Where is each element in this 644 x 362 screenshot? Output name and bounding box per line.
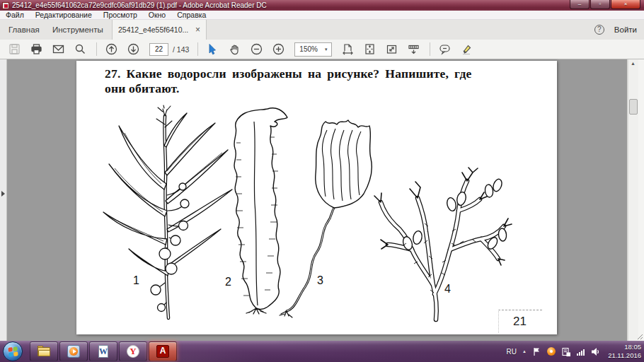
explorer-folder-icon: [37, 344, 51, 358]
menu-file[interactable]: Файл: [6, 11, 24, 20]
previous-page-icon[interactable]: [105, 43, 117, 55]
clipboard-tray-icon[interactable]: [561, 347, 570, 356]
menu-bar: Файл Редактирование Просмотр Окно Справк…: [0, 11, 644, 20]
media-player-icon: [67, 344, 81, 358]
scrollbar-gutter: ▲: [627, 59, 644, 341]
menu-view[interactable]: Просмотр: [103, 11, 137, 20]
question-line-1: 27. Какие водоросли изображены на рисунк…: [105, 66, 563, 81]
scrolling-mode-icon[interactable]: [408, 43, 420, 55]
fit-width-icon[interactable]: [342, 43, 354, 55]
save-icon[interactable]: [8, 43, 21, 55]
language-indicator[interactable]: RU: [507, 348, 517, 356]
select-tool-icon[interactable]: [207, 43, 219, 55]
antivirus-tray-icon[interactable]: [547, 347, 556, 356]
menu-window[interactable]: Окно: [149, 11, 166, 20]
scrollbar-thumb[interactable]: [629, 99, 638, 115]
title-bar[interactable]: 25412_e4e55f641062ca72e9cdfc06af91db29 (…: [0, 0, 644, 11]
toolbar-separator: [96, 42, 97, 56]
minimize-button[interactable]: –: [570, 0, 590, 9]
pdf-page-number: 21: [498, 310, 542, 333]
toolbar: / 143 150% ▾: [0, 40, 644, 59]
taskbar-explorer-button[interactable]: [30, 341, 58, 361]
algae-figure: 1 2: [98, 105, 515, 325]
figure-label-1: 1: [133, 274, 139, 286]
nav-pane-expand-icon[interactable]: [1, 191, 5, 197]
window-title: 25412_e4e55f641062ca72e9cdfc06af91db29 (…: [12, 0, 267, 11]
taskbar-media-player-button[interactable]: [59, 341, 88, 361]
tab-document[interactable]: 25412_e4e55f6410... ×: [112, 20, 207, 40]
zoom-in-icon[interactable]: [272, 43, 284, 55]
pdf-page: 27. Какие водоросли изображены на рисунк…: [76, 61, 557, 334]
vertical-scrollbar[interactable]: ▲: [628, 59, 638, 341]
system-tray: RU ▲: [507, 341, 600, 362]
highlight-icon[interactable]: [461, 43, 473, 55]
algae-3-stalked: 3: [280, 120, 372, 317]
taskbar: W Y A RU ▲ 18:05 21.1: [0, 341, 644, 362]
page-total-label: / 143: [173, 45, 189, 54]
figure-label-3: 3: [317, 274, 323, 286]
tab-close-icon[interactable]: ×: [195, 25, 200, 34]
menu-edit[interactable]: Редактирование: [35, 11, 92, 20]
next-page-icon[interactable]: [127, 43, 139, 55]
help-icon[interactable]: ?: [594, 25, 604, 35]
algae-2-laminaria: 2: [225, 108, 287, 314]
action-center-flag-icon[interactable]: [532, 347, 541, 356]
start-button[interactable]: [3, 341, 23, 361]
tab-bar: Главная Инструменты 25412_e4e55f6410... …: [0, 20, 644, 40]
chevron-down-icon: ▾: [325, 47, 328, 52]
navigation-pane-strip[interactable]: [0, 59, 7, 341]
print-icon[interactable]: [30, 43, 42, 55]
clock-time: 18:05: [602, 343, 641, 351]
fit-page-icon[interactable]: [364, 43, 376, 55]
close-button[interactable]: ×: [611, 0, 640, 9]
tray-expand-icon[interactable]: ▲: [522, 349, 527, 354]
acrobat-reader-window: 25412_e4e55f641062ca72e9cdfc06af91db29 (…: [0, 0, 644, 362]
zoom-level-value: 150%: [299, 45, 318, 53]
volume-speaker-icon[interactable]: [591, 347, 600, 356]
scroll-up-icon[interactable]: ▲: [631, 61, 636, 66]
taskbar-yandex-button[interactable]: Y: [119, 341, 147, 361]
document-area: 27. Какие водоросли изображены на рисунк…: [0, 59, 644, 341]
maximize-button[interactable]: ▫: [590, 0, 610, 9]
tab-home[interactable]: Главная: [0, 20, 48, 40]
figure-label-2: 2: [225, 276, 231, 288]
toolbar-separator: [430, 42, 430, 56]
tab-tools[interactable]: Инструменты: [44, 20, 112, 40]
word-document-icon: W: [96, 344, 110, 358]
hand-tool-icon[interactable]: [229, 43, 241, 55]
question-line-2: они обитают.: [105, 81, 563, 96]
menu-help[interactable]: Справка: [177, 11, 206, 20]
zoom-out-icon[interactable]: [251, 43, 263, 55]
clock-date: 21.11.2016: [602, 351, 641, 360]
yandex-browser-icon: Y: [126, 344, 140, 358]
network-signal-icon[interactable]: [576, 347, 585, 356]
figure-label-4: 4: [444, 283, 451, 295]
search-icon[interactable]: [74, 43, 86, 55]
tab-document-label: 25412_e4e55f6410...: [118, 25, 192, 34]
algae-1-sargassum: 1: [103, 105, 232, 318]
question-text: 27. Какие водоросли изображены на рисунк…: [105, 66, 563, 96]
taskbar-clock[interactable]: 18:05 21.11.2016: [602, 343, 641, 360]
zoom-level-select[interactable]: 150% ▾: [294, 42, 332, 57]
sign-in-link[interactable]: Войти: [614, 25, 637, 34]
windows-logo-icon: [8, 346, 18, 356]
taskbar-acrobat-button[interactable]: A: [149, 341, 177, 361]
taskbar-word-button[interactable]: W: [89, 341, 117, 361]
page-number-input[interactable]: [149, 43, 168, 56]
algae-4-fucus: 4: [374, 168, 512, 320]
acrobat-app-icon: [2, 2, 9, 9]
comment-icon[interactable]: [439, 43, 451, 55]
fullscreen-icon[interactable]: [386, 43, 398, 55]
toolbar-separator: [197, 42, 198, 56]
email-icon[interactable]: [52, 43, 64, 55]
resize-grip-icon[interactable]: [636, 333, 643, 340]
acrobat-reader-icon: A: [156, 344, 170, 358]
